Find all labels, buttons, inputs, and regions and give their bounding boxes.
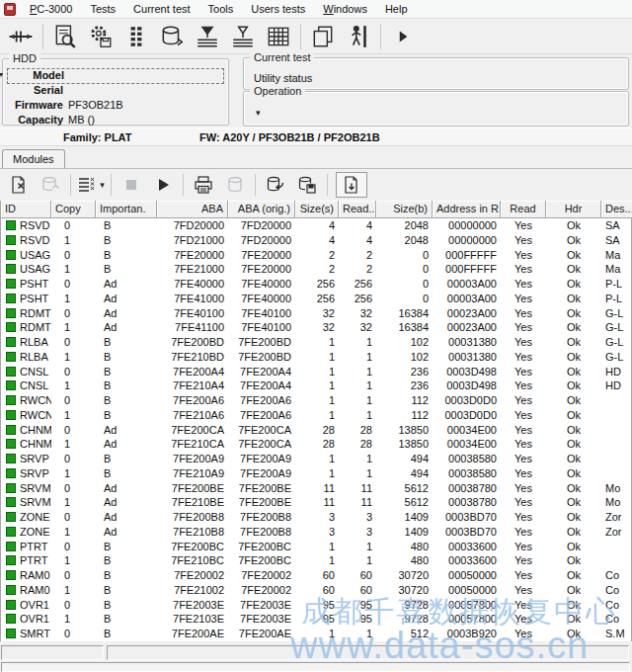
- print-button[interactable]: [188, 172, 219, 198]
- copy-button[interactable]: [305, 22, 341, 51]
- table-row[interactable]: USAG0B7FE200007FE20000220000FFFFFYesOkMa: [1, 248, 631, 263]
- cell-aba: 7FE21002: [157, 583, 228, 598]
- cell-size-b-: 1409: [376, 525, 433, 540]
- table-row[interactable]: SRVP0B7FE200A97FE200A91149400038580YesOk: [1, 452, 631, 466]
- table-row[interactable]: RLBA0B7FE200BD7FE200BD1110200031380YesOk…: [1, 335, 631, 350]
- doc-delete-button[interactable]: [3, 172, 35, 198]
- cell-des-: [601, 437, 632, 452]
- column-header-id[interactable]: ID: [1, 201, 51, 218]
- grid-button[interactable]: [261, 22, 296, 51]
- table-row[interactable]: RWCN1B7FE210A67FE200A6111120003D0D0YesOk: [1, 408, 631, 423]
- cell-read-: 1: [339, 553, 376, 568]
- db-read-button[interactable]: [260, 172, 291, 198]
- more-button[interactable]: [385, 22, 421, 51]
- table-row[interactable]: OVR11B7FE2103E7FE2003E9595972800057800Ye…: [1, 612, 631, 627]
- cell-id: RAM0: [1, 568, 51, 583]
- cell-copy: 1: [51, 233, 96, 248]
- table-row[interactable]: PSHT1Ad7FE410007FE40000256256000003A00Ye…: [1, 292, 631, 306]
- column-header-read[interactable]: Read: [501, 201, 546, 218]
- table-row[interactable]: OVR10B7FE2003E7FE2003E9595972800057800Ye…: [1, 598, 631, 613]
- column-header-importan-[interactable]: Importan.: [96, 201, 157, 218]
- module-status-icon: [6, 235, 16, 245]
- cell-address-in-r-: 000FFFFF: [433, 248, 501, 263]
- table-row[interactable]: RDMT0Ad7FE401007FE4010032321638400023A00…: [1, 306, 631, 321]
- table-row[interactable]: CHNM1Ad7FE210CA7FE200CA28281385000034E00…: [1, 437, 631, 452]
- cell-copy: 1: [51, 292, 96, 306]
- cell-read: Yes: [501, 525, 546, 540]
- table-row[interactable]: SRVP1B7FE210A97FE200A91149400038580YesOk: [1, 466, 631, 481]
- table-row[interactable]: SRVM0Ad7FE200BE7FE200BE1111561200038780Y…: [1, 481, 631, 496]
- list-select-button[interactable]: ▾: [75, 172, 107, 198]
- start-button[interactable]: [147, 172, 179, 198]
- settings-button[interactable]: [83, 22, 118, 51]
- table-row[interactable]: RSVD1B7FD210007FD2000044204800000000YesO…: [1, 233, 631, 248]
- table-row[interactable]: PTRT1B7FE210BC7FE200BC1148000033600YesOk: [1, 553, 631, 568]
- table-row[interactable]: PSHT0Ad7FE400007FE40000256256000003A00Ye…: [1, 277, 631, 292]
- cell-size-s-: 1: [295, 540, 339, 554]
- exit-button[interactable]: [341, 22, 376, 51]
- table-row[interactable]: RAM01B7FE210027FE2000260603072000050000Y…: [1, 583, 631, 598]
- cell-size-s-: 4: [295, 218, 339, 233]
- cell-aba-orig-: 7FE40100: [228, 320, 295, 335]
- cell-importan-: B: [96, 583, 157, 598]
- cell-size-b-: 102: [376, 350, 433, 365]
- cell-read-: 1: [339, 365, 376, 379]
- cell-des-: Mo: [601, 481, 632, 496]
- hdd-field-value: [68, 84, 224, 99]
- merge-down-button[interactable]: [190, 22, 225, 51]
- status-bar-cell-right: [107, 645, 629, 660]
- table-row[interactable]: RWCN0B7FE200A67FE200A6111120003D0D0YesOk: [1, 393, 631, 408]
- column-header-hdr[interactable]: Hdr: [546, 201, 601, 218]
- hdd-field-model[interactable]: Model: [7, 68, 224, 84]
- tab-modules[interactable]: Modules: [2, 149, 65, 169]
- database-button[interactable]: [154, 22, 190, 51]
- cell-size-b-: 112: [376, 408, 433, 423]
- cell-size-b-: 13850: [376, 437, 433, 452]
- menu-item-tests[interactable]: Tests: [81, 1, 124, 18]
- doc-download-button[interactable]: [336, 172, 367, 198]
- table-row[interactable]: SRVM1Ad7FE210BE7FE200BE1111561200038780Y…: [1, 495, 631, 510]
- table-row[interactable]: USAG1B7FE210007FE20000220000FFFFFYesOkMa: [1, 262, 631, 277]
- table-row[interactable]: RAM00B7FE200027FE2000260603072000050000Y…: [1, 568, 631, 583]
- menu-item-help[interactable]: Help: [376, 1, 417, 18]
- column-header-aba[interactable]: ABA: [157, 201, 228, 218]
- table-row[interactable]: CNSL0B7FE200A47FE200A4112360003D498YesOk…: [1, 365, 631, 379]
- menu-item-windows[interactable]: Windows: [314, 1, 376, 18]
- table-row[interactable]: ZONE0Ad7FE200B87FE200B83314090003BD70Yes…: [1, 510, 631, 525]
- table-row[interactable]: RSVD0B7FD200007FD2000044204800000000YesO…: [1, 218, 631, 233]
- positioner-button[interactable]: [3, 22, 39, 51]
- menu-item-pc-3000[interactable]: PC-3000: [21, 1, 81, 18]
- cell-importan-: Ad: [96, 525, 157, 540]
- table-row[interactable]: RDMT1Ad7FE411007FE4010032321638400023A00…: [1, 320, 631, 335]
- module-status-icon: [6, 483, 16, 493]
- table-row[interactable]: CNSL1B7FE210A47FE200A4112360003D498YesOk…: [1, 378, 631, 393]
- table-row[interactable]: RLBA1B7FE210BD7FE200BD1110200031380YesOk…: [1, 350, 631, 365]
- column-header-size-b-[interactable]: Size(b): [376, 201, 433, 218]
- database-icon: [159, 24, 185, 49]
- db-save-button[interactable]: [291, 172, 323, 198]
- menu-item-tools[interactable]: Tools: [199, 1, 243, 18]
- cell-read: Yes: [501, 378, 546, 393]
- drive-view-button[interactable]: [47, 22, 83, 51]
- column-header-size-s-[interactable]: Size(s): [295, 201, 339, 218]
- column-header-read-[interactable]: Read...: [339, 201, 376, 218]
- column-header-aba-orig-[interactable]: ABA (orig.): [228, 201, 295, 218]
- merge-up-button[interactable]: [225, 22, 261, 51]
- menu-bar-items: PC-3000TestsCurrent testToolsUsers tests…: [21, 1, 417, 18]
- cell-size-b-: 30720: [376, 583, 433, 598]
- table-row[interactable]: CHNM0Ad7FE200CA7FE200CA28281385000034E00…: [1, 423, 631, 438]
- menu-item-current-test[interactable]: Current test: [124, 1, 198, 18]
- table-row[interactable]: ZONE1Ad7FE210B87FE200B83314090003BD70Yes…: [1, 525, 631, 540]
- operation-dropdown-arrow-icon[interactable]: ▾: [256, 108, 261, 118]
- hdd-model-dropdown-arrow-icon[interactable]: ▾: [0, 70, 3, 79]
- chip-button[interactable]: [118, 22, 154, 51]
- menu-item-users-tests[interactable]: Users tests: [242, 1, 314, 18]
- cell-aba: 7FE200BC: [157, 540, 228, 554]
- column-header-address-in-r-[interactable]: Address in R...: [433, 201, 501, 218]
- cell-size-b-: 9728: [376, 598, 433, 613]
- column-header-copy[interactable]: Copy: [51, 201, 96, 218]
- cell-des-: S.M: [601, 627, 632, 641]
- table-row[interactable]: SMRT0B7FE200AE7FE200AE115120003B920YesOk…: [1, 627, 631, 641]
- column-header-des-[interactable]: Des...: [601, 201, 632, 218]
- table-row[interactable]: PTRT0B7FE200BC7FE200BC1148000033600YesOk: [1, 540, 631, 554]
